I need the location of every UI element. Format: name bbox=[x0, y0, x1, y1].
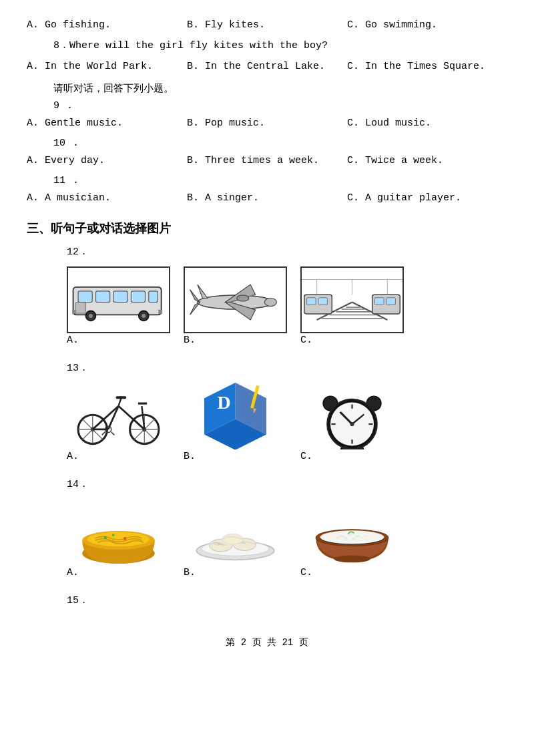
svg-point-97 bbox=[355, 535, 359, 537]
svg-line-54 bbox=[119, 398, 121, 406]
q12-img-box-a bbox=[67, 266, 170, 333]
q14-label-c: C. bbox=[300, 567, 312, 578]
q13-label-b: B. bbox=[184, 451, 196, 462]
svg-rect-11 bbox=[72, 310, 76, 314]
q11-option-a: A. A musician. bbox=[27, 189, 187, 207]
q14-label-b: B. bbox=[184, 567, 196, 578]
q7-options: A. Go fishing. B. Fly kites. C. Go swimm… bbox=[27, 16, 507, 34]
q10-num: 10 bbox=[53, 138, 65, 149]
q12-img-box-c bbox=[300, 266, 404, 333]
q12-label-a: A. bbox=[67, 335, 79, 346]
svg-marker-17 bbox=[190, 290, 200, 303]
svg-rect-86 bbox=[112, 534, 114, 536]
svg-rect-6 bbox=[75, 303, 85, 314]
q11-num: 11 bbox=[53, 175, 65, 186]
svg-point-95 bbox=[340, 535, 344, 537]
svg-rect-33 bbox=[386, 298, 396, 305]
svg-point-20 bbox=[237, 295, 249, 301]
q11-options: A. A musician. B. A singer. C. A guitar … bbox=[27, 189, 507, 207]
q8-option-a: A. In the World Park. bbox=[27, 57, 187, 75]
airplane-icon bbox=[185, 274, 286, 325]
train-icon bbox=[302, 274, 403, 325]
q15-num: 15． bbox=[67, 592, 507, 610]
q8-option-c: C. In the Times Square. bbox=[347, 57, 507, 75]
q13-img-box-c bbox=[300, 383, 404, 449]
q13-img-box-b: D bbox=[184, 383, 287, 449]
q12-label-b: B. bbox=[184, 335, 196, 346]
q13-image-c: C. bbox=[300, 383, 404, 462]
svg-point-103 bbox=[334, 555, 370, 562]
svg-line-50 bbox=[93, 406, 119, 429]
q12-images: A. B. bbox=[67, 266, 507, 346]
q9-option-c: C. Loud music. bbox=[347, 114, 507, 132]
q13-num: 13． bbox=[67, 359, 507, 377]
q10-option-a: A. Every day. bbox=[27, 152, 187, 170]
alarm-clock-icon bbox=[300, 383, 404, 449]
svg-line-59 bbox=[102, 431, 105, 435]
section3-title: 三、听句子或对话选择图片 bbox=[27, 220, 507, 236]
svg-point-102 bbox=[364, 535, 368, 536]
q9-num: 9 bbox=[53, 100, 59, 112]
bicycle-icon bbox=[67, 385, 170, 447]
q13-image-a: A. bbox=[67, 383, 170, 462]
q13-img-box-a bbox=[67, 383, 170, 449]
q13-image-b: D B. bbox=[184, 383, 287, 462]
svg-rect-5 bbox=[149, 291, 158, 303]
svg-point-14 bbox=[264, 299, 276, 307]
svg-rect-2 bbox=[96, 291, 110, 303]
q7-option-a: A. Go fishing. bbox=[27, 16, 187, 34]
svg-marker-19 bbox=[198, 285, 208, 298]
svg-rect-55 bbox=[116, 396, 127, 399]
q10-option-c: C. Twice a week. bbox=[347, 152, 507, 170]
svg-point-78 bbox=[350, 422, 354, 426]
svg-point-10 bbox=[142, 314, 146, 318]
q8-option-b: B. In the Central Lake. bbox=[187, 57, 347, 75]
q14-img-box-c bbox=[300, 499, 404, 566]
q12-num: 12． bbox=[67, 243, 507, 261]
svg-rect-12 bbox=[158, 310, 162, 314]
q14-num: 14． bbox=[67, 476, 507, 494]
svg-point-94 bbox=[320, 530, 384, 544]
q12-label-c: C. bbox=[300, 335, 312, 346]
rice-icon bbox=[300, 499, 404, 566]
q14-image-b: B. bbox=[184, 499, 287, 578]
page-number: 第 2 页 共 21 页 bbox=[226, 637, 308, 648]
svg-rect-29 bbox=[307, 298, 316, 305]
svg-rect-3 bbox=[113, 291, 127, 303]
q12-image-a: A. bbox=[67, 266, 170, 346]
q9-option-b: B. Pop music. bbox=[187, 114, 347, 132]
q13-label-a: A. bbox=[67, 451, 79, 462]
q10-option-b: B. Three times a week. bbox=[187, 152, 347, 170]
q10-block: 10 . bbox=[53, 138, 507, 149]
svg-rect-1 bbox=[78, 291, 92, 303]
q11-block: 11 . bbox=[53, 175, 507, 186]
q11-option-c: C. A guitar player. bbox=[347, 189, 507, 207]
svg-text:D: D bbox=[217, 391, 230, 412]
q9-option-a: A. Gentle music. bbox=[27, 114, 187, 132]
dictionary-icon: D bbox=[184, 383, 287, 449]
svg-point-100 bbox=[360, 536, 363, 538]
svg-point-96 bbox=[348, 534, 352, 536]
svg-point-98 bbox=[344, 537, 348, 539]
q9-options: A. Gentle music. B. Pop music. C. Loud m… bbox=[27, 114, 507, 132]
q14-images: A. bbox=[67, 499, 507, 578]
q14-image-c: C. bbox=[300, 499, 404, 578]
q12-image-b: B. bbox=[184, 266, 287, 346]
q14-image-a: A. bbox=[67, 499, 170, 578]
q7-option-b: B. Fly kites. bbox=[187, 16, 347, 34]
svg-rect-30 bbox=[318, 298, 328, 305]
q14-img-box-a bbox=[67, 499, 170, 566]
q11-option-b: B. A singer. bbox=[187, 189, 347, 207]
svg-point-91 bbox=[222, 534, 243, 544]
q14-label-a: A. bbox=[67, 567, 79, 578]
svg-marker-18 bbox=[190, 303, 200, 315]
svg-point-99 bbox=[352, 538, 356, 540]
q13-images: A. D B. bbox=[67, 383, 507, 462]
q12-img-box-b bbox=[184, 266, 287, 333]
svg-rect-85 bbox=[123, 537, 126, 540]
q12-image-c: C. bbox=[300, 266, 404, 346]
page-footer: 第 2 页 共 21 页 bbox=[27, 636, 507, 648]
q9-block: 9 . bbox=[53, 100, 507, 112]
svg-line-60 bbox=[111, 431, 115, 435]
q13-label-c: C. bbox=[300, 451, 312, 462]
